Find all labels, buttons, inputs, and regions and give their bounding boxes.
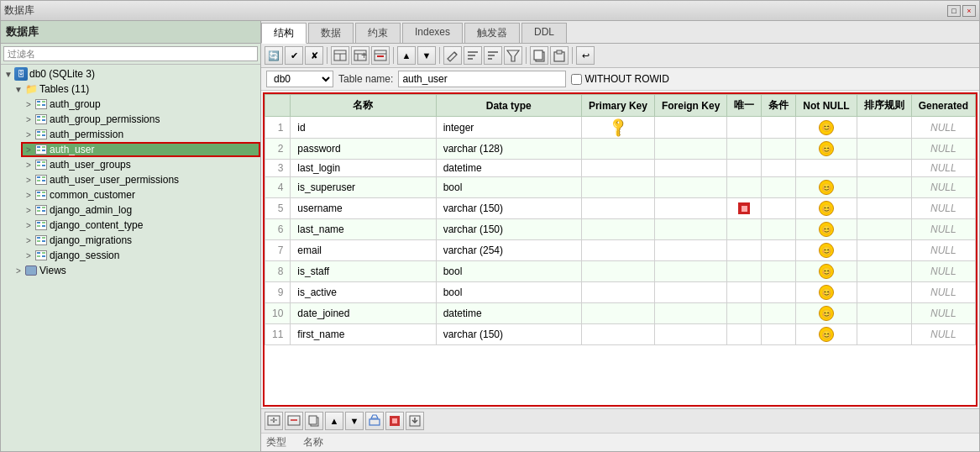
expand-arrow-db0: ▼ [3, 70, 14, 79]
cell-sort [857, 282, 911, 303]
table-row[interactable]: 3last_logindatetimeNULL [265, 160, 976, 177]
tree-item-auth-user[interactable]: > auth_user [21, 142, 260, 157]
table-row[interactable]: 10date_joineddatetime😊NULL [265, 303, 976, 324]
cell-row-num: 3 [265, 160, 291, 177]
cell-row-num: 6 [265, 219, 291, 240]
add-column-button[interactable] [331, 46, 349, 65]
bt-up[interactable]: ▲ [325, 412, 343, 430]
tree-item-auth-user-groups[interactable]: > auth_user_groups [21, 157, 260, 172]
col-header-num [265, 95, 291, 117]
table-row[interactable]: 7emailvarchar (254)😊NULL [265, 240, 976, 261]
tab-triggers[interactable]: 触发器 [464, 23, 520, 43]
tab-structure[interactable]: 结构 [261, 23, 307, 44]
tree-item-db0[interactable]: ▼ 🗄 db0 (SQLite 3) [1, 66, 260, 81]
sort-button[interactable] [464, 46, 482, 65]
table-icon-auup [34, 173, 48, 187]
delete-column-button[interactable] [371, 46, 390, 65]
bt-unique-red[interactable] [385, 412, 404, 430]
cell-generated: NULL [911, 303, 975, 324]
insert-column-button[interactable]: + [351, 46, 369, 65]
bt-add[interactable] [265, 412, 283, 430]
expand-arrow-agp: > [23, 115, 34, 124]
aug-label: auth_user_groups [50, 159, 131, 171]
cell-check [762, 117, 796, 139]
filter-input[interactable] [3, 46, 258, 61]
bt-copy[interactable] [305, 412, 323, 430]
filter-btn[interactable] [504, 46, 522, 65]
col-header-notnull: Not NULL [796, 95, 857, 117]
name-label: 名称 [303, 435, 323, 449]
tree-item-auth-permission[interactable]: > auth_permission [21, 127, 260, 142]
notnull-icon: 😊 [819, 222, 834, 237]
cell-sort [857, 198, 911, 219]
tree-item-auth-group[interactable]: > auth_group [21, 97, 260, 112]
tree-item-common-customer[interactable]: > common_customer [21, 187, 260, 202]
tree-item-django-migrations[interactable]: > django_migrations [21, 233, 260, 248]
tree-item-auth-group-permissions[interactable]: > auth_group_permissions [21, 112, 260, 127]
right-panel: 结构 数据 约束 Indexes 触发器 DDL 🔄 ✔ ✘ + [261, 21, 979, 451]
cancel-button[interactable]: ✘ [305, 46, 323, 65]
bt-delete[interactable] [285, 412, 303, 430]
svg-rect-28 [309, 416, 317, 424]
edit-button[interactable] [443, 46, 462, 65]
cell-check [762, 240, 796, 261]
move-down-button[interactable]: ▼ [417, 46, 436, 65]
title-controls: □ × [947, 5, 976, 17]
cell-row-num: 9 [265, 282, 291, 303]
table-row[interactable]: 11first_namevarchar (150)😊NULL [265, 324, 976, 345]
refresh-button[interactable]: 🔄 [265, 46, 283, 65]
copy-button[interactable] [530, 46, 548, 65]
cell-datatype: varchar (150) [436, 198, 581, 219]
table-row[interactable]: 1idinteger🔑😊NULL [265, 117, 976, 139]
tab-ddl[interactable]: DDL [521, 23, 567, 43]
svg-marker-30 [371, 415, 378, 418]
table-row[interactable]: 2passwordvarchar (128)😊NULL [265, 139, 976, 160]
cell-notnull: 😊 [796, 261, 857, 282]
unique-icon [738, 202, 750, 214]
table-row[interactable]: 5usernamevarchar (150)😊NULL [265, 198, 976, 219]
tab-constraints[interactable]: 约束 [355, 23, 401, 43]
db-select[interactable]: db0 [266, 71, 333, 87]
undo-button[interactable]: ↩ [576, 46, 595, 65]
move-up-button[interactable]: ▲ [397, 46, 416, 65]
bt-down[interactable]: ▼ [345, 412, 364, 430]
table-name-label: Table name: [338, 73, 393, 85]
table-row[interactable]: 8is_staffbool😊NULL [265, 261, 976, 282]
table-row[interactable]: 6last_namevarchar (150)😊NULL [265, 219, 976, 240]
confirm-button[interactable]: ✔ [285, 46, 303, 65]
restore-button[interactable]: □ [947, 5, 961, 17]
notnull-icon: 😊 [819, 180, 834, 195]
columns-table-area: 名称 Data type Primary Key Foreign Key 唯一 … [263, 92, 977, 407]
tree-item-auth-user-user-permissions[interactable]: > auth_user_user_permissions [21, 172, 260, 187]
notnull-icon: 😊 [819, 264, 834, 279]
tree-item-django-session[interactable]: > django_session [21, 248, 260, 263]
cell-fk [654, 303, 726, 324]
cell-datatype: datetime [436, 160, 581, 177]
paste-button[interactable] [550, 46, 569, 65]
dct-label: django_content_type [50, 219, 143, 231]
table-row[interactable]: 9is_activebool😊NULL [265, 282, 976, 303]
table-name-input[interactable] [398, 71, 566, 87]
tree-item-django-content-type[interactable]: > django_content_type [21, 218, 260, 233]
cell-row-num: 7 [265, 240, 291, 261]
tree-item-django-admin-log[interactable]: > django_admin_log [21, 202, 260, 218]
tab-data[interactable]: 数据 [308, 23, 354, 43]
bt-edit2[interactable] [365, 412, 384, 430]
table-row[interactable]: 4is_superuserbool😊NULL [265, 177, 976, 198]
bt-export[interactable] [406, 412, 424, 430]
null-value: NULL [930, 162, 956, 174]
notnull-icon: 😊 [819, 201, 834, 216]
close-button[interactable]: × [962, 5, 976, 17]
cell-generated: NULL [911, 117, 975, 139]
cell-check [762, 160, 796, 177]
key-icon: 🔑 [606, 116, 630, 139]
title-bar: 数据库 □ × [1, 1, 979, 21]
expand-arrow-tables: ▼ [13, 85, 24, 94]
tree-item-views[interactable]: > Views [11, 263, 260, 278]
without-rowid-checkbox[interactable] [571, 74, 582, 85]
tab-indexes[interactable]: Indexes [402, 23, 463, 43]
sort2-button[interactable] [484, 46, 502, 65]
tree-item-tables[interactable]: ▼ 📁 Tables (11) [11, 81, 260, 97]
notnull-icon: 😊 [819, 306, 834, 321]
cell-check [762, 324, 796, 345]
